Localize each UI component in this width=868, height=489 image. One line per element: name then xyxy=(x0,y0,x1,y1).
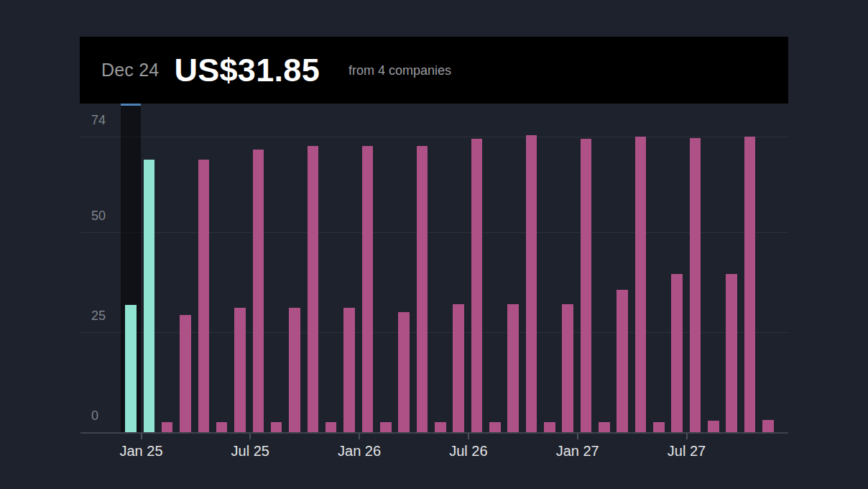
x-axis-label-jul-27: Jul 27 xyxy=(637,443,737,459)
bar-feb-27[interactable] xyxy=(599,422,610,432)
bar-dec-26[interactable] xyxy=(562,304,573,432)
bar-feb-26[interactable] xyxy=(380,422,392,432)
gridline-74 xyxy=(80,137,788,137)
chart-screen: 7450250Jan 25Jul 25Jan 26Jul 26Jan 27Jul… xyxy=(0,0,868,489)
bar-jan-27[interactable] xyxy=(581,139,592,432)
bar-jul-25[interactable] xyxy=(253,150,264,432)
bar-jun-25[interactable] xyxy=(234,308,246,432)
x-axis-label-jan-25: Jan 25 xyxy=(91,443,192,459)
x-axis-label-jul-26: Jul 26 xyxy=(418,443,519,459)
bar-apr-26[interactable] xyxy=(417,146,428,432)
bar-oct-26[interactable] xyxy=(526,135,537,432)
bar-jun-27[interactable] xyxy=(671,274,683,433)
bar-nov-27[interactable] xyxy=(762,420,774,432)
bar-aug-25[interactable] xyxy=(271,422,282,432)
x-axis-tick-jan-26 xyxy=(359,434,360,439)
x-axis-label-jan-27: Jan 27 xyxy=(527,443,628,459)
bar-jun-26[interactable] xyxy=(453,304,464,432)
bar-apr-27[interactable] xyxy=(635,137,647,432)
bar-aug-26[interactable] xyxy=(489,422,501,432)
bar-dec-25[interactable] xyxy=(343,308,355,432)
x-axis-label-jan-26: Jan 26 xyxy=(309,443,410,459)
x-axis-label-jul-25: Jul 25 xyxy=(200,443,300,459)
bar-sep-26[interactable] xyxy=(507,304,519,432)
bar-jul-26[interactable] xyxy=(471,139,483,432)
bar-jan-26[interactable] xyxy=(362,146,374,432)
bar-jan-25[interactable] xyxy=(144,160,155,432)
bar-sep-25[interactable] xyxy=(289,308,300,432)
bar-may-26[interactable] xyxy=(435,422,446,432)
x-axis-line xyxy=(80,432,788,434)
x-axis-tick-jan-27 xyxy=(577,434,578,439)
gridline-50 xyxy=(80,232,788,233)
bar-jul-27[interactable] xyxy=(690,138,701,432)
bar-aug-27[interactable] xyxy=(708,421,719,432)
bar-dec-24[interactable] xyxy=(125,305,137,432)
tooltip-source: from 4 companies xyxy=(348,63,451,78)
bar-sep-27[interactable] xyxy=(726,274,737,432)
bar-mar-27[interactable] xyxy=(617,290,628,432)
x-axis-tick-jul-26 xyxy=(468,434,469,439)
bar-feb-25[interactable] xyxy=(162,422,173,432)
hover-tooltip: Dec 24 US$31.85 from 4 companies xyxy=(80,37,788,104)
bar-oct-27[interactable] xyxy=(744,137,756,432)
x-axis-tick-jan-25 xyxy=(141,434,142,439)
bar-mar-26[interactable] xyxy=(398,312,410,432)
x-axis-tick-jul-25 xyxy=(249,434,251,439)
bar-nov-25[interactable] xyxy=(326,422,337,432)
x-axis-tick-jul-27 xyxy=(686,434,688,439)
bar-mar-25[interactable] xyxy=(180,315,191,432)
bar-oct-25[interactable] xyxy=(308,146,319,432)
bar-may-25[interactable] xyxy=(216,422,228,432)
bar-may-27[interactable] xyxy=(653,422,665,432)
tooltip-value: US$31.85 xyxy=(174,52,320,89)
hover-indicator-cap xyxy=(121,104,141,106)
bar-nov-26[interactable] xyxy=(544,422,555,432)
tooltip-date: Dec 24 xyxy=(101,60,159,81)
bar-apr-25[interactable] xyxy=(198,160,210,432)
